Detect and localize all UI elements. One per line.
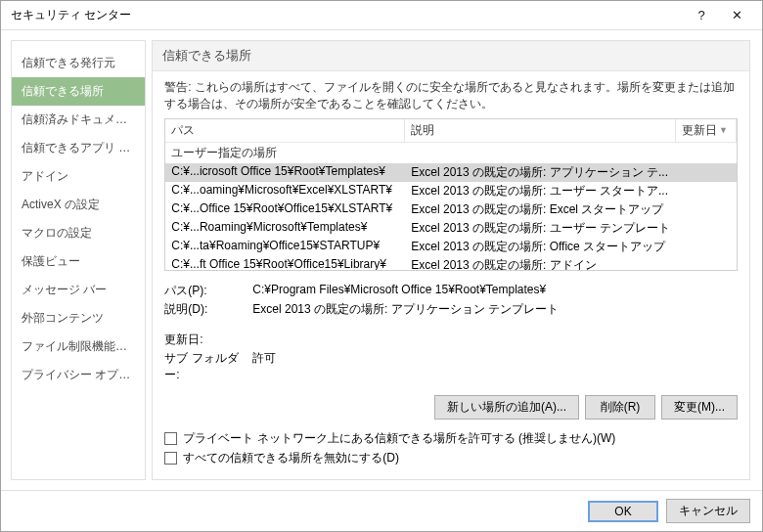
detail-date-label: 更新日: xyxy=(164,332,252,348)
ok-button[interactable]: OK xyxy=(588,501,658,522)
sidebar-item-trusted-documents[interactable]: 信頼済みドキュメント xyxy=(12,106,145,134)
group-user-locations: ユーザー指定の場所 xyxy=(165,143,737,163)
allow-network-label: プライベート ネットワーク上にある信頼できる場所を許可する (推奨しません)(W… xyxy=(183,430,615,447)
column-updated[interactable]: 更新日 ▼ xyxy=(676,119,737,143)
security-center-dialog: セキュリティ センター ? ✕ 信頼できる発行元 信頼できる場所 信頼済みドキュ… xyxy=(0,0,763,532)
titlebar: セキュリティ センター ? ✕ xyxy=(1,1,762,30)
table-row[interactable]: C:¥...Office 15¥Root¥Office15¥XLSTART¥ E… xyxy=(165,200,737,219)
content-panel: 信頼できる場所 警告: これらの場所はすべて、ファイルを開くのに安全な場所である… xyxy=(152,40,750,480)
sidebar-item-addins[interactable]: アドイン xyxy=(12,162,145,191)
sidebar-item-privacy[interactable]: プライバシー オプション xyxy=(12,361,145,389)
sidebar-item-trusted-app-catalogs[interactable]: 信頼できるアプリ カタログ xyxy=(12,134,145,162)
column-description[interactable]: 説明 xyxy=(405,119,676,143)
window-title: セキュリティ センター xyxy=(11,7,684,23)
sort-desc-icon: ▼ xyxy=(719,125,728,135)
disable-all-checkbox[interactable] xyxy=(164,452,177,465)
add-location-button[interactable]: 新しい場所の追加(A)... xyxy=(434,395,579,420)
table-row[interactable]: C:¥...ft Office 15¥Root¥Office15¥Library… xyxy=(165,256,737,270)
detail-desc-value: Excel 2013 の既定の場所: アプリケーション テンプレート xyxy=(252,301,738,318)
table-row[interactable]: C:¥...icrosoft Office 15¥Root¥Templates¥… xyxy=(165,163,737,182)
detail-desc-label: 説明(D): xyxy=(164,301,252,318)
sidebar-item-trusted-publishers[interactable]: 信頼できる発行元 xyxy=(12,49,145,77)
detail-path-value: C:¥Program Files¥Microsoft Office 15¥Roo… xyxy=(252,283,738,299)
sidebar-item-file-block[interactable]: ファイル制限機能の設定 xyxy=(12,332,145,361)
section-heading: 信頼できる場所 xyxy=(153,41,749,71)
help-button[interactable]: ? xyxy=(684,2,719,29)
sidebar-item-message-bar[interactable]: メッセージ バー xyxy=(12,276,145,304)
sidebar-item-activex[interactable]: ActiveX の設定 xyxy=(12,191,145,219)
detail-path-label: パス(P): xyxy=(164,283,252,299)
sidebar-item-macro[interactable]: マクロの設定 xyxy=(12,219,145,247)
modify-button[interactable]: 変更(M)... xyxy=(661,395,738,420)
cancel-button[interactable]: キャンセル xyxy=(666,499,750,523)
sidebar-item-trusted-locations[interactable]: 信頼できる場所 xyxy=(12,77,145,106)
locations-table: パス 説明 更新日 ▼ ユーザー指定の場所 C:¥...icrosoft Off… xyxy=(164,118,738,271)
table-row[interactable]: C:¥...ta¥Roaming¥Office15¥STARTUP¥ Excel… xyxy=(165,238,737,256)
sidebar-item-external-content[interactable]: 外部コンテンツ xyxy=(12,304,145,332)
dialog-footer: OK キャンセル xyxy=(1,490,762,531)
detail-date-value xyxy=(252,332,738,348)
remove-button[interactable]: 削除(R) xyxy=(585,395,655,420)
table-row[interactable]: C:¥...Roaming¥Microsoft¥Templates¥ Excel… xyxy=(165,219,737,238)
column-path[interactable]: パス xyxy=(165,119,405,143)
disable-all-label: すべての信頼できる場所を無効にする(D) xyxy=(183,450,399,466)
category-sidebar: 信頼できる発行元 信頼できる場所 信頼済みドキュメント 信頼できるアプリ カタロ… xyxy=(11,40,146,480)
sidebar-item-protected-view[interactable]: 保護ビュー xyxy=(12,247,145,276)
detail-subfolder-value: 許可 xyxy=(252,350,738,383)
allow-network-checkbox[interactable] xyxy=(164,432,177,445)
warning-text: 警告: これらの場所はすべて、ファイルを開くのに安全な場所であると見なされます。… xyxy=(164,79,738,112)
detail-subfolder-label: サブ フォルダー: xyxy=(164,350,252,383)
table-row[interactable]: C:¥...oaming¥Microsoft¥Excel¥XLSTART¥ Ex… xyxy=(165,182,737,200)
details-panel: パス(P): C:¥Program Files¥Microsoft Office… xyxy=(164,281,738,385)
close-button[interactable]: ✕ xyxy=(719,2,754,29)
